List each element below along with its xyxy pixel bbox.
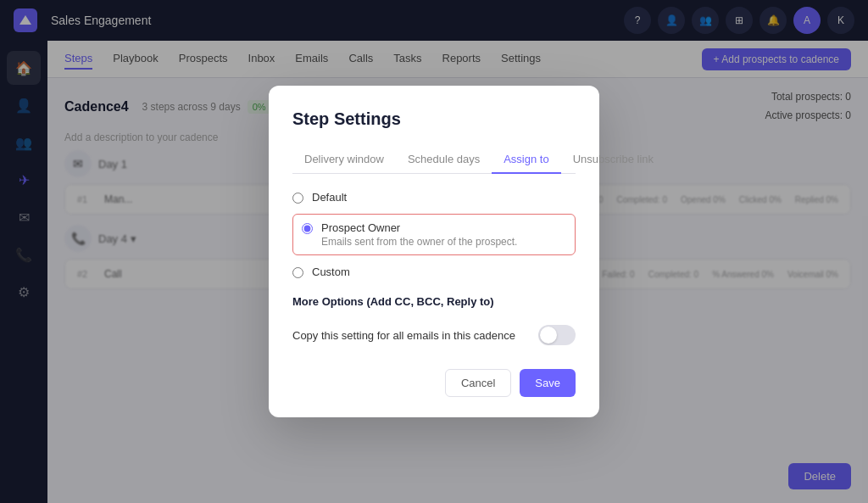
tab-delivery-window[interactable]: Delivery window bbox=[292, 146, 396, 174]
toggle-knob bbox=[540, 327, 557, 344]
option-prospect-owner-desc: Emails sent from the owner of the prospe… bbox=[321, 236, 517, 248]
app-shell: Sales Engagement ? 👤 👥 ⊞ 🔔 A K 🏠 👤 👥 ✈ ✉… bbox=[0, 0, 868, 503]
save-button[interactable]: Save bbox=[520, 369, 576, 397]
tab-unsubscribe-link[interactable]: Unsubscribe link bbox=[561, 146, 665, 174]
copy-setting-toggle[interactable] bbox=[538, 325, 576, 345]
option-custom[interactable]: Custom bbox=[292, 265, 576, 278]
option-prospect-owner-label: Prospect Owner bbox=[321, 221, 517, 234]
option-custom-label: Custom bbox=[312, 265, 350, 278]
cancel-button[interactable]: Cancel bbox=[445, 369, 511, 397]
option-prospect-owner[interactable]: Prospect Owner Emails sent from the owne… bbox=[292, 214, 576, 255]
tab-assign-to[interactable]: Assign to bbox=[492, 146, 560, 174]
copy-setting-row: Copy this setting for all emails in this… bbox=[292, 325, 576, 345]
radio-prospect-owner[interactable] bbox=[302, 223, 313, 234]
more-options-link[interactable]: More Options (Add CC, BCC, Reply to) bbox=[292, 295, 576, 308]
modal-tabs: Delivery window Schedule days Assign to … bbox=[292, 146, 576, 174]
step-settings-modal: Step Settings Delivery window Schedule d… bbox=[269, 86, 599, 417]
radio-custom[interactable] bbox=[292, 267, 303, 278]
modal-actions: Cancel Save bbox=[292, 369, 576, 397]
radio-default[interactable] bbox=[292, 193, 303, 204]
assign-to-options: Default Prospect Owner Emails sent from … bbox=[292, 191, 576, 278]
modal-overlay: Step Settings Delivery window Schedule d… bbox=[0, 0, 868, 503]
copy-setting-label: Copy this setting for all emails in this… bbox=[292, 329, 515, 342]
tab-schedule-days[interactable]: Schedule days bbox=[396, 146, 492, 174]
option-default-label: Default bbox=[312, 191, 347, 204]
modal-title: Step Settings bbox=[292, 109, 576, 129]
option-default[interactable]: Default bbox=[292, 191, 576, 204]
